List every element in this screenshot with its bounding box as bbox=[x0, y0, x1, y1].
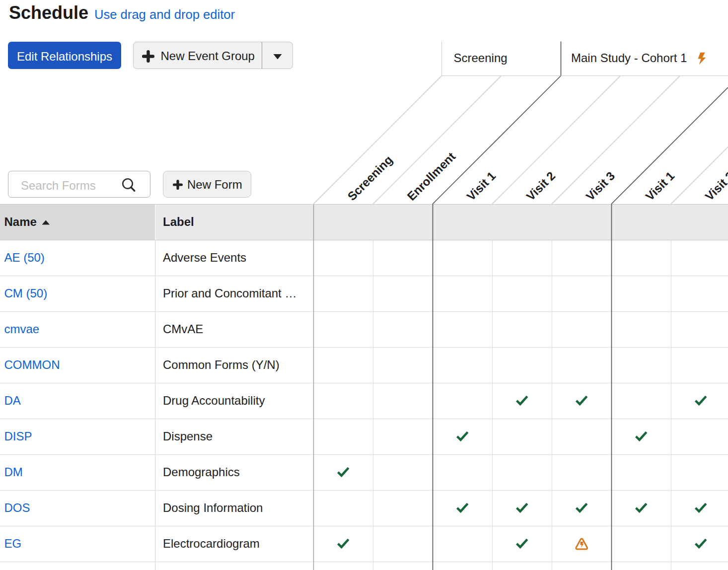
svg-text:Screening: Screening bbox=[345, 153, 395, 203]
svg-text:Visit 3: Visit 3 bbox=[583, 169, 617, 203]
svg-text:Enrollment: Enrollment bbox=[404, 149, 458, 203]
svg-text:Visit 1: Visit 1 bbox=[643, 169, 677, 203]
svg-text:Visit 2: Visit 2 bbox=[702, 169, 728, 203]
svg-text:Visit 2: Visit 2 bbox=[523, 169, 558, 203]
svg-text:Visit 1: Visit 1 bbox=[464, 169, 498, 203]
